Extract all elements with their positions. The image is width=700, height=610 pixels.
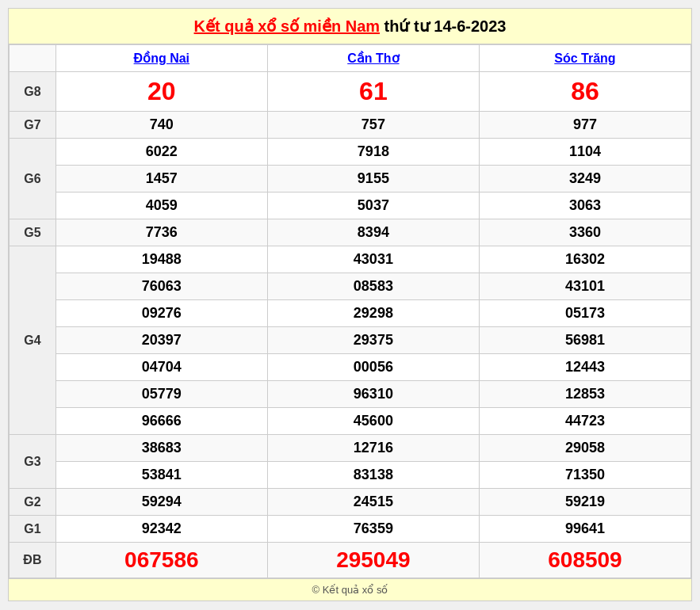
prize-value: 3249 [479, 166, 690, 193]
prize-value: 29058 [479, 435, 690, 462]
table-row: 145791553249 [10, 166, 691, 193]
prize-value: 43101 [479, 273, 690, 300]
prize-value: 9155 [267, 166, 479, 193]
prize-value: 608509 [479, 543, 690, 578]
prize-value: 44723 [479, 408, 690, 435]
prize-value: 59294 [55, 489, 267, 516]
table-row: 966664560044723 [10, 408, 691, 435]
table-row: 538418313871350 [10, 462, 691, 489]
prize-value: 96666 [55, 408, 267, 435]
province-name-dong-nai: Đồng Nai [134, 51, 189, 65]
table-row: 203972937556981 [10, 327, 691, 354]
prize-label-g6: G6 [10, 139, 56, 219]
prize-label-g4: G4 [10, 246, 56, 435]
main-container: Kết quả xổ số miền Nam thứ tư 14-6-2023 … [8, 8, 692, 601]
prize-value: 53841 [55, 462, 267, 489]
prize-value: 12716 [267, 435, 479, 462]
prize-value: 19488 [55, 246, 267, 273]
province-name-soc-trang: Sóc Trăng [554, 51, 615, 65]
prize-value: 56981 [479, 327, 690, 354]
table-row: G6602279181104 [10, 139, 691, 166]
table-row: G5773683943360 [10, 219, 691, 246]
province-header-soc-trang: Sóc Trăng [479, 45, 690, 72]
prize-label-đb: ĐB [10, 543, 56, 578]
table-row: G1923427635999641 [10, 516, 691, 543]
prize-label-g7: G7 [10, 112, 56, 139]
empty-header [10, 45, 56, 72]
prize-value: 1104 [479, 139, 690, 166]
prize-value: 20397 [55, 327, 267, 354]
prize-value: 05173 [479, 300, 690, 327]
table-row: 092762929805173 [10, 300, 691, 327]
prize-value: 71350 [479, 462, 690, 489]
prize-value: 09276 [55, 300, 267, 327]
prize-value: 86 [479, 72, 690, 112]
prize-label-g5: G5 [10, 219, 56, 246]
prize-value: 45600 [267, 408, 479, 435]
results-body: G8206186G7740757977G66022791811041457915… [10, 72, 691, 578]
prize-value: 83138 [267, 462, 479, 489]
province-name-can-tho: Cần Thơ [347, 51, 399, 65]
prize-value: 43031 [267, 246, 479, 273]
prize-value: 977 [479, 112, 690, 139]
prize-value: 76359 [267, 516, 479, 543]
prize-value: 92342 [55, 516, 267, 543]
prize-value: 12443 [479, 354, 690, 381]
table-row: G2592942451559219 [10, 489, 691, 516]
prize-value: 00056 [267, 354, 479, 381]
prize-value: 8394 [267, 219, 479, 246]
prize-value: 757 [267, 112, 479, 139]
table-row: G4194884303116302 [10, 246, 691, 273]
prize-value: 4059 [55, 193, 267, 219]
table-row: 760630858343101 [10, 273, 691, 300]
results-table: Đồng Nai Cần Thơ Sóc Trăng G8206186G7740… [9, 44, 691, 578]
prize-value: 7736 [55, 219, 267, 246]
page-header: Kết quả xổ số miền Nam thứ tư 14-6-2023 [9, 9, 691, 44]
prize-value: 7918 [267, 139, 479, 166]
prize-label-g2: G2 [10, 489, 56, 516]
prize-value: 05779 [55, 381, 267, 408]
prize-label-g3: G3 [10, 435, 56, 489]
prize-value: 740 [55, 112, 267, 139]
title-rest: thứ tư 14-6-2023 [380, 17, 506, 35]
prize-label-g8: G8 [10, 72, 56, 112]
table-row: 057799631012853 [10, 381, 691, 408]
title-link[interactable]: Kết quả xổ số miền Nam [194, 17, 380, 35]
prize-value: 5037 [267, 193, 479, 219]
prize-value: 99641 [479, 516, 690, 543]
province-header-row: Đồng Nai Cần Thơ Sóc Trăng [10, 45, 691, 72]
table-row: ĐB067586295049608509 [10, 543, 691, 578]
table-row: 405950373063 [10, 193, 691, 219]
prize-value: 3063 [479, 193, 690, 219]
prize-value: 61 [267, 72, 479, 112]
prize-value: 76063 [55, 273, 267, 300]
prize-label-g1: G1 [10, 516, 56, 543]
prize-value: 04704 [55, 354, 267, 381]
prize-value: 295049 [267, 543, 479, 578]
prize-value: 16302 [479, 246, 690, 273]
prize-value: 24515 [267, 489, 479, 516]
prize-value: 067586 [55, 543, 267, 578]
footer-text: © Kết quả xổ số [312, 584, 388, 596]
prize-value: 59219 [479, 489, 690, 516]
prize-value: 6022 [55, 139, 267, 166]
prize-value: 3360 [479, 219, 690, 246]
prize-value: 29375 [267, 327, 479, 354]
prize-value: 12853 [479, 381, 690, 408]
prize-value: 96310 [267, 381, 479, 408]
province-header-can-tho: Cần Thơ [267, 45, 479, 72]
table-row: G3386831271629058 [10, 435, 691, 462]
prize-value: 20 [55, 72, 267, 112]
page-footer: © Kết quả xổ số [9, 578, 691, 600]
province-header-dong-nai: Đồng Nai [55, 45, 267, 72]
prize-value: 38683 [55, 435, 267, 462]
prize-value: 08583 [267, 273, 479, 300]
table-row: G7740757977 [10, 112, 691, 139]
page-title: Kết quả xổ số miền Nam thứ tư 14-6-2023 [9, 17, 691, 36]
prize-value: 29298 [267, 300, 479, 327]
table-row: 047040005612443 [10, 354, 691, 381]
prize-value: 1457 [55, 166, 267, 193]
table-row: G8206186 [10, 72, 691, 112]
